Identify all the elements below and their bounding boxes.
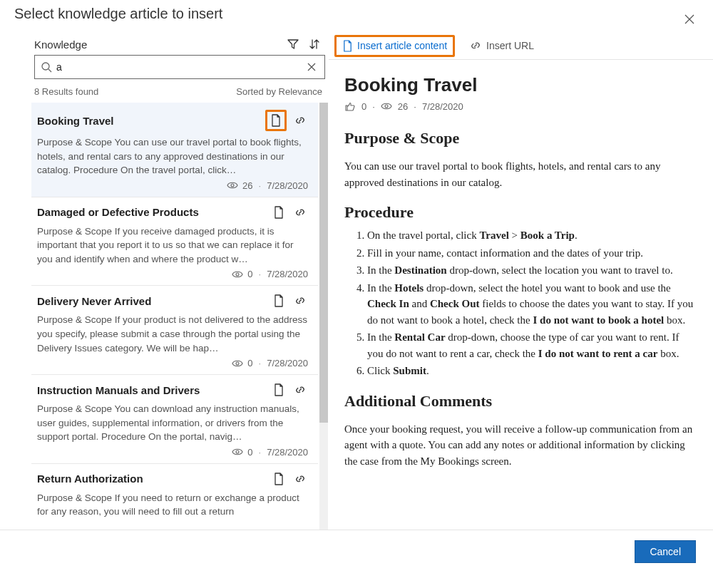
result-card[interactable]: Damaged or Defective Products Purpose & … xyxy=(31,197,318,287)
cancel-button[interactable]: Cancel xyxy=(635,540,696,563)
insert-content-action[interactable] xyxy=(271,205,287,220)
document-icon xyxy=(342,40,353,52)
sort-button[interactable] xyxy=(308,38,321,51)
svg-point-2 xyxy=(236,273,239,276)
article-preview: Booking Travel 0 · 26 · 7/28/2020 Purpos… xyxy=(329,60,713,480)
insert-content-action[interactable] xyxy=(265,110,287,131)
search-clear-button[interactable] xyxy=(304,61,319,73)
dialog-title: Select knowledge article to insert xyxy=(0,0,713,31)
list-item: Fill in your name, contact information a… xyxy=(367,245,697,262)
result-snippet: Purpose & Scope If you receive damaged p… xyxy=(37,225,308,267)
filter-button[interactable] xyxy=(287,38,299,51)
result-card[interactable]: Instruction Manuals and Drivers Purpose … xyxy=(31,375,318,464)
sort-indicator: Sorted by Relevance xyxy=(236,86,322,97)
results-list: Booking Travel Purpose & Scope You can u… xyxy=(29,103,328,530)
link-icon xyxy=(294,383,307,396)
filter-icon xyxy=(287,38,299,51)
document-icon xyxy=(273,383,284,396)
document-icon xyxy=(270,114,282,127)
result-title: Instruction Manuals and Drivers xyxy=(37,384,200,396)
knowledge-panel: Knowledge 8 Results found Sorted by Rele… xyxy=(0,31,329,530)
close-button[interactable] xyxy=(684,14,699,29)
insert-tabs: Insert article content Insert URL xyxy=(329,31,713,60)
insert-content-action[interactable] xyxy=(271,293,287,309)
knowledge-header-title: Knowledge xyxy=(34,38,87,51)
result-title: Damaged or Defective Products xyxy=(37,206,199,218)
result-snippet: Purpose & Scope You can use our travel p… xyxy=(37,135,308,177)
sort-icon xyxy=(308,38,321,51)
result-snippet: Purpose & Scope You can download any ins… xyxy=(37,402,308,444)
thumbs-up-icon xyxy=(344,100,356,112)
insert-url-action[interactable] xyxy=(292,205,308,220)
preview-paragraph: Once your booking request, you will rece… xyxy=(344,421,697,470)
preview-heading: Additional Comments xyxy=(344,392,697,411)
link-icon xyxy=(469,39,482,52)
views-icon xyxy=(227,181,238,190)
preview-heading: Procedure xyxy=(344,203,697,222)
result-meta: 0·7/28/2020 xyxy=(37,269,308,279)
svg-point-3 xyxy=(236,362,239,365)
results-scrollbar[interactable] xyxy=(319,103,328,530)
svg-point-4 xyxy=(236,450,239,453)
result-title: Return Authorization xyxy=(37,473,143,485)
views-icon xyxy=(232,359,243,368)
tab-insert-content[interactable]: Insert article content xyxy=(334,35,455,57)
insert-url-action[interactable] xyxy=(292,113,308,128)
search-input[interactable] xyxy=(52,61,304,73)
svg-point-5 xyxy=(385,105,388,108)
document-icon xyxy=(273,206,284,219)
preview-meta: 0 · 26 · 7/28/2020 xyxy=(344,100,697,112)
views-icon xyxy=(381,102,392,110)
link-icon xyxy=(294,114,307,127)
document-icon xyxy=(273,294,284,307)
document-icon xyxy=(273,473,284,485)
preview-heading: Purpose & Scope xyxy=(344,129,697,148)
search-box[interactable] xyxy=(34,55,325,79)
insert-url-action[interactable] xyxy=(292,471,308,487)
list-item: In the Hotels drop-down, select the hote… xyxy=(367,280,697,329)
result-snippet: Purpose & Scope If you need to return or… xyxy=(37,491,308,519)
preview-paragraph: You can use our travel portal to book fl… xyxy=(344,158,697,190)
result-title: Delivery Never Arrived xyxy=(37,295,151,307)
search-icon xyxy=(41,61,52,73)
link-icon xyxy=(294,473,307,485)
tab-insert-url[interactable]: Insert URL xyxy=(463,36,540,55)
tab-label: Insert article content xyxy=(357,40,447,51)
close-icon xyxy=(684,14,694,24)
list-item: In the Destination drop-down, select the… xyxy=(367,262,697,279)
svg-point-0 xyxy=(42,63,49,70)
list-item: Click Submit. xyxy=(367,363,697,379)
preview-panel: Insert article content Insert URL Bookin… xyxy=(329,31,713,530)
result-meta: 0·7/28/2020 xyxy=(37,447,308,458)
insert-url-action[interactable] xyxy=(292,293,308,309)
result-card[interactable]: Delivery Never Arrived Purpose & Scope I… xyxy=(31,286,318,375)
link-icon xyxy=(294,206,307,219)
results-count: 8 Results found xyxy=(34,86,98,97)
list-item: In the Rental Car drop-down, choose the … xyxy=(367,329,697,361)
preview-procedure-list: On the travel portal, click Travel > Boo… xyxy=(354,227,697,379)
clear-icon xyxy=(307,63,316,71)
tab-label: Insert URL xyxy=(486,40,534,51)
result-card[interactable]: Booking Travel Purpose & Scope You can u… xyxy=(31,103,318,197)
preview-title: Booking Travel xyxy=(344,74,697,96)
result-card[interactable]: Return Authorization Purpose & Scope If … xyxy=(31,464,318,527)
list-item: On the travel portal, click Travel > Boo… xyxy=(367,227,697,244)
result-meta: 0·7/28/2020 xyxy=(37,358,308,368)
svg-point-1 xyxy=(231,184,234,187)
result-meta: 26 · 7/28/2020 xyxy=(37,180,308,191)
dialog-footer: Cancel xyxy=(0,530,713,573)
scrollbar-thumb[interactable] xyxy=(319,103,328,423)
link-icon xyxy=(294,294,307,307)
result-title: Booking Travel xyxy=(37,115,114,127)
insert-url-action[interactable] xyxy=(292,382,308,398)
views-icon xyxy=(232,270,243,279)
insert-content-action[interactable] xyxy=(271,471,287,487)
views-icon xyxy=(232,448,243,456)
result-snippet: Purpose & Scope If your product is not d… xyxy=(37,313,308,355)
insert-content-action[interactable] xyxy=(271,382,287,398)
